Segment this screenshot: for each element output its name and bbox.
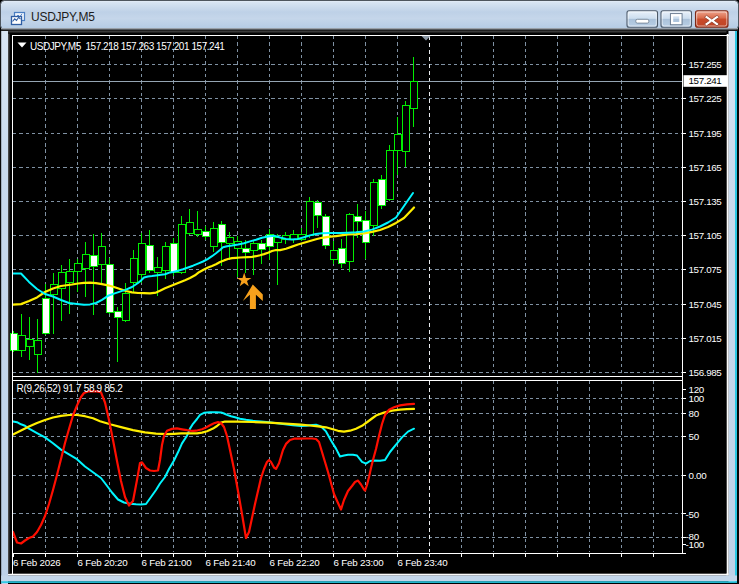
svg-text:157.015: 157.015 bbox=[689, 333, 723, 344]
svg-text:50: 50 bbox=[689, 431, 700, 442]
svg-text:-50: -50 bbox=[686, 509, 700, 520]
svg-text:R(9,26,52) 91.7 58.9 85.2: R(9,26,52) 91.7 58.9 85.2 bbox=[17, 383, 124, 394]
svg-text:0.00: 0.00 bbox=[689, 470, 708, 481]
svg-text:6 Feb 23:40: 6 Feb 23:40 bbox=[398, 557, 449, 568]
svg-text:157.045: 157.045 bbox=[689, 299, 723, 310]
svg-text:157.105: 157.105 bbox=[689, 230, 723, 241]
svg-text:6 Feb 22:20: 6 Feb 22:20 bbox=[270, 557, 321, 568]
svg-text:6 Feb 23:00: 6 Feb 23:00 bbox=[334, 557, 385, 568]
svg-text:6 Feb 21:00: 6 Feb 21:00 bbox=[142, 557, 193, 568]
svg-text:157.241: 157.241 bbox=[689, 75, 722, 86]
svg-text:157.165: 157.165 bbox=[689, 162, 723, 173]
svg-text:6 Feb 2026: 6 Feb 2026 bbox=[13, 557, 61, 568]
svg-text:80: 80 bbox=[689, 408, 700, 419]
svg-text:-100: -100 bbox=[686, 539, 705, 550]
svg-text:157.225: 157.225 bbox=[689, 93, 723, 104]
svg-text:100: 100 bbox=[689, 393, 705, 404]
svg-text:USDJPY,M5 157.218 157.263 157: USDJPY,M5 157.218 157.263 157.201 157.24… bbox=[30, 41, 225, 52]
svg-text:157.195: 157.195 bbox=[689, 128, 723, 139]
svg-text:6 Feb 21:40: 6 Feb 21:40 bbox=[206, 557, 257, 568]
svg-text:157.255: 157.255 bbox=[689, 59, 723, 70]
svg-text:USDJPY,M5: USDJPY,M5 bbox=[31, 10, 95, 24]
svg-text:156.985: 156.985 bbox=[689, 367, 723, 378]
svg-text:6 Feb 20:20: 6 Feb 20:20 bbox=[78, 557, 129, 568]
svg-text:157.135: 157.135 bbox=[689, 196, 723, 207]
svg-text:157.075: 157.075 bbox=[689, 264, 723, 275]
